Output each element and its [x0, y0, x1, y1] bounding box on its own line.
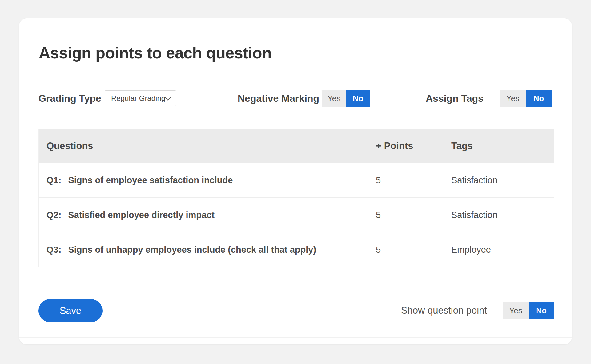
assign-tags-label: Assign Tags	[426, 90, 484, 107]
assign-tags-yes-button[interactable]: Yes	[500, 90, 526, 107]
table-header-row: Questions + Points Tags	[39, 129, 554, 163]
show-question-point-label: Show question point	[401, 302, 487, 319]
question-text: Signs of employee satisfaction include	[68, 175, 233, 185]
question-cell: Q1: Signs of employee satisfaction inclu…	[39, 175, 376, 185]
page-title: Assign points to each question	[39, 44, 271, 62]
negative-marking-toggle: Yes No	[322, 90, 370, 107]
question-cell: Q3: Signs of unhappy employees include (…	[39, 245, 376, 255]
question-text: Satisfied employee directly impact	[68, 210, 214, 220]
card-footer-divider	[19, 337, 572, 338]
question-text: Signs of unhappy employees include (chec…	[68, 245, 316, 255]
questions-table: Questions + Points Tags Q1: Signs of emp…	[38, 129, 554, 267]
questions-column-header: Questions	[39, 140, 376, 152]
points-column-header: + Points	[376, 140, 451, 152]
question-cell: Q2: Satisfied employee directly impact	[39, 210, 376, 220]
assign-tags-no-button[interactable]: No	[526, 90, 552, 107]
show-question-point-yes-button[interactable]: Yes	[503, 302, 529, 319]
negative-marking-label: Negative Marking	[238, 90, 319, 107]
points-value: 5	[376, 245, 451, 255]
tag-value: Satisfaction	[451, 175, 554, 185]
negative-marking-no-button[interactable]: No	[346, 90, 370, 107]
table-row: Q1: Signs of employee satisfaction inclu…	[39, 163, 554, 198]
points-value: 5	[376, 210, 451, 220]
show-question-point-toggle: Yes No	[503, 302, 554, 319]
assign-tags-toggle: Yes No	[500, 90, 552, 107]
save-button[interactable]: Save	[38, 299, 103, 322]
grading-type-label: Grading Type	[38, 90, 101, 107]
tag-value: Employee	[451, 245, 554, 255]
question-number: Q1:	[46, 175, 61, 185]
assign-points-card: Assign points to each question Grading T…	[19, 18, 572, 344]
table-row: Q3: Signs of unhappy employees include (…	[39, 232, 554, 267]
grading-type-selected-value: Regular Grading	[111, 94, 166, 103]
title-divider	[38, 77, 554, 77]
chevron-down-icon	[165, 94, 171, 101]
question-number: Q3:	[46, 245, 61, 255]
table-row: Q2: Satisfied employee directly impact 5…	[39, 198, 554, 232]
show-question-point-no-button[interactable]: No	[529, 302, 554, 319]
tag-value: Satisfaction	[451, 210, 554, 220]
points-value: 5	[376, 175, 451, 185]
question-number: Q2:	[46, 210, 61, 220]
negative-marking-yes-button[interactable]: Yes	[322, 90, 346, 107]
grading-type-dropdown[interactable]: Regular Grading	[105, 90, 176, 106]
tags-column-header: Tags	[451, 140, 554, 152]
